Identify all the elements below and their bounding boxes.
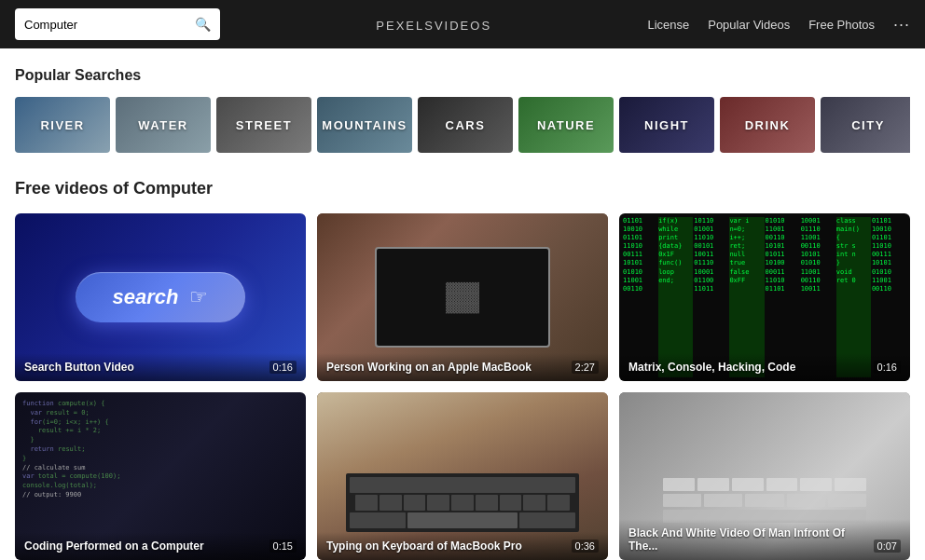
video-duration: 0:16 xyxy=(269,361,297,374)
video-duration: 0:07 xyxy=(874,540,901,553)
video-duration: 0:15 xyxy=(269,540,297,553)
category-cars[interactable]: CARS xyxy=(418,97,513,153)
search-bar[interactable]: 🔍 xyxy=(15,8,220,40)
video-info-matrix: Matrix, Console, Hacking, Code 0:16 xyxy=(619,353,910,381)
nav-popular-videos[interactable]: Popular Videos xyxy=(708,18,790,32)
video-duration: 0:36 xyxy=(572,540,599,553)
video-title: Typing on Keyboard of MacBook Pro xyxy=(326,540,564,553)
video-grid: search ☞ Search Button Video 0:16 ▓▓▓▓▓▓… xyxy=(15,213,910,560)
video-title: Black And White Video Of Man Infront Of … xyxy=(628,526,866,553)
main-nav: License Popular Videos Free Photos ··· xyxy=(647,15,910,34)
nav-free-photos[interactable]: Free Photos xyxy=(808,18,875,32)
main-content: Popular Searches RIVER WATER STREET MOUN… xyxy=(0,48,925,560)
video-card-matrix[interactable]: 0110110010011011101000111101010101011001… xyxy=(619,213,910,381)
video-title: Matrix, Console, Hacking, Code xyxy=(628,361,866,374)
popular-searches-row: RIVER WATER STREET MOUNTAINS CARS NATURE… xyxy=(15,97,910,153)
video-card-search-btn[interactable]: search ☞ Search Button Video 0:16 xyxy=(15,213,306,381)
more-options-icon[interactable]: ··· xyxy=(893,15,910,34)
cursor-icon: ☞ xyxy=(189,285,208,309)
video-info-coding: Coding Performed on a Computer 0:15 xyxy=(15,532,306,560)
category-water[interactable]: WATER xyxy=(116,97,211,153)
logo-area: PEXELSVIDEOS xyxy=(235,12,632,36)
category-nature[interactable]: NATURE xyxy=(518,97,614,153)
video-duration: 0:16 xyxy=(874,361,901,374)
search-pill-visual: search ☞ xyxy=(76,272,246,322)
video-duration: 2:27 xyxy=(572,361,599,374)
video-title: Search Button Video xyxy=(24,361,262,374)
category-drink[interactable]: DRINK xyxy=(720,97,815,153)
nav-license[interactable]: License xyxy=(647,18,689,32)
site-header: 🔍 PEXELSVIDEOS License Popular Videos Fr… xyxy=(0,0,925,48)
video-info-search-btn: Search Button Video 0:16 xyxy=(15,353,306,381)
category-mountains[interactable]: MOUNTAINS xyxy=(317,97,412,153)
video-info-macbook: Person Working on an Apple MacBook 2:27 xyxy=(317,353,608,381)
video-info-bw: Black And White Video Of Man Infront Of … xyxy=(619,519,910,560)
category-night[interactable]: NIGHT xyxy=(619,97,714,153)
keyboard-visual xyxy=(346,473,579,532)
video-title: Coding Performed on a Computer xyxy=(24,540,262,553)
video-card-bw-keyboard[interactable]: Black And White Video Of Man Infront Of … xyxy=(619,392,910,560)
search-input[interactable] xyxy=(24,18,195,32)
search-submit-button[interactable]: 🔍 xyxy=(195,17,211,32)
video-card-macbook[interactable]: ▓▓▓▓▓▓▓▓▓▓▓▓▓▓▓▓▓▓ Person Working on an … xyxy=(317,213,608,381)
popular-searches-title: Popular Searches xyxy=(15,67,910,84)
videos-section-title: Free videos of Computer xyxy=(15,179,910,198)
category-city[interactable]: CITY xyxy=(821,97,910,153)
video-info-typing: Typing on Keyboard of MacBook Pro 0:36 xyxy=(317,532,608,560)
site-logo: PEXELSVIDEOS xyxy=(376,12,491,36)
video-card-typing[interactable]: Typing on Keyboard of MacBook Pro 0:36 xyxy=(317,392,608,560)
category-street[interactable]: STREET xyxy=(216,97,311,153)
video-card-coding[interactable]: function compute(x) { var result = 0; fo… xyxy=(15,392,306,560)
category-river[interactable]: RIVER xyxy=(15,97,110,153)
video-title: Person Working on an Apple MacBook xyxy=(326,361,564,374)
